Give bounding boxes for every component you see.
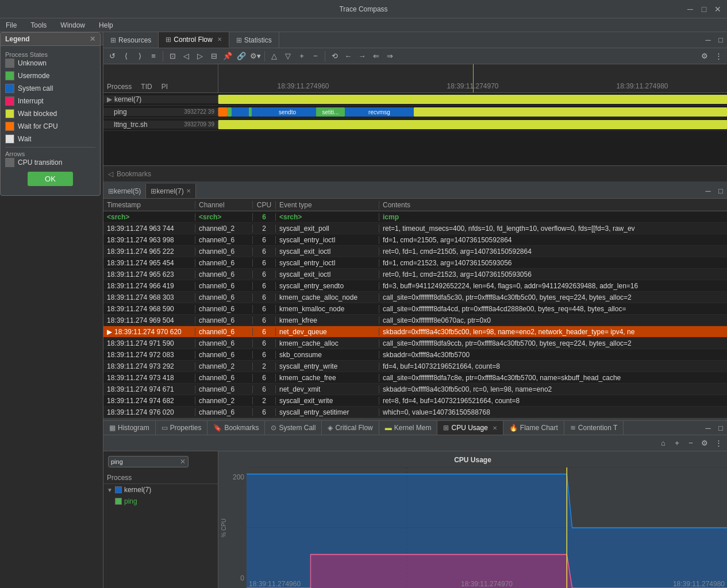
bottom-tab-properties[interactable]: ▭ Properties [156, 421, 208, 435]
trace-row-lttng[interactable]: lttng_trc.sh 3932709 39 [103, 118, 727, 131]
follow-left-btn[interactable]: ← [342, 50, 355, 63]
timeline-header: Process TID PI 18:39:11.274960 18:39:11.… [103, 64, 727, 93]
prev-proc-btn[interactable]: ⇐ [370, 50, 382, 63]
maximize-view-btn[interactable]: □ [714, 34, 727, 47]
cpu-usage-icon: ⊞ [443, 424, 449, 432]
prev-event-btn[interactable]: ⟨ [120, 50, 132, 63]
menu-window[interactable]: Window [57, 20, 89, 30]
bottom-tab-flame-chart[interactable]: 🔥 Flame Chart [503, 421, 564, 435]
control-flow-tab-close[interactable]: ✕ [217, 36, 222, 42]
col-cpu: CPU [253, 201, 276, 209]
cpu-process-ping[interactable]: ping [103, 496, 218, 507]
cf-more-btn[interactable]: ⋮ [712, 50, 725, 63]
event-row-2[interactable]: 18:39:11.274 965 222 channel0_6 6 syscal… [103, 246, 727, 257]
cpu-more-btn[interactable]: ⋮ [712, 437, 725, 450]
event-row-16[interactable]: 18:39:11.274 976 020 channel0_6 6 syscal… [103, 407, 727, 418]
main-tab-bar: ⊞ Resources ⊞ Control Flow ✕ ⊞ Statistic… [103, 32, 727, 48]
col-contents: Contents [379, 201, 727, 209]
pin-btn[interactable]: 📌 [221, 50, 234, 63]
reset-zoom-btn[interactable]: ⟲ [328, 50, 341, 63]
cpu-usage-tab-close[interactable]: ✕ [493, 425, 497, 431]
bottom-maximize-btn[interactable]: □ [714, 421, 727, 434]
event-row-5[interactable]: 18:39:11.274 966 419 channel0_6 6 syscal… [103, 280, 727, 292]
event-row-selected[interactable]: ▶ 18:39:11.274 970 620 channel0_6 6 net_… [103, 326, 727, 338]
critical-flow-icon: ◈ [328, 424, 333, 432]
x-tick-3: 18:39:11.274980 [673, 580, 725, 588]
cpu-usage-content: ✕ Process ▼ kernel(7) ping [103, 451, 727, 588]
event-row-12[interactable]: 18:39:11.274 973 292 channel0_2 2 syscal… [103, 361, 727, 372]
x-tick-1: 18:39:11.274960 [249, 580, 301, 588]
cf-settings-btn[interactable]: ⚙ [698, 50, 711, 63]
up-btn[interactable]: △ [268, 50, 280, 63]
marker-list-btn[interactable]: ⊟ [207, 50, 220, 63]
cpu-settings-btn[interactable]: ⚙ [698, 437, 711, 450]
event-row-10[interactable]: 18:39:11.274 971 590 channel0_6 6 kmem_c… [103, 338, 727, 349]
event-tab-maximize[interactable]: □ [714, 185, 727, 198]
menu-help[interactable]: Help [95, 20, 117, 30]
down-btn[interactable]: ▽ [282, 50, 294, 63]
cpu-zoom-out-btn[interactable]: − [684, 437, 697, 450]
event-table-body: <srch> <srch> 6 <srch> icmp 18:39:11.274… [103, 211, 727, 418]
bottom-minimize-btn[interactable]: ─ [702, 421, 714, 434]
event-row-1[interactable]: 18:39:11.274 963 998 channel0_6 6 syscal… [103, 234, 727, 246]
trace-row-kernel7[interactable]: ▶ kernel(7) [103, 93, 727, 106]
zoom-in-btn[interactable]: + [295, 50, 308, 63]
next-proc-btn[interactable]: ⇒ [383, 50, 396, 63]
menu-file[interactable]: File [2, 20, 20, 30]
bottom-tab-kernel-mem[interactable]: ▬ Kernel Mem [379, 421, 438, 435]
event-row-4[interactable]: 18:39:11.274 965 623 channel0_6 6 syscal… [103, 269, 727, 280]
bottom-tab-contention[interactable]: ≋ Contention T [564, 421, 624, 435]
tab-resources[interactable]: ⊞ Resources [103, 32, 159, 48]
event-tab-kernel7-close[interactable]: ✕ [186, 188, 191, 194]
next-marker-btn[interactable]: ▷ [194, 50, 206, 63]
event-row-0[interactable]: 18:39:11.274 963 744 channel0_2 2 syscal… [103, 223, 727, 234]
col-pi-header: PI [161, 83, 168, 91]
event-row-8[interactable]: 18:39:11.274 969 504 channel0_6 6 kmem_k… [103, 315, 727, 326]
ping-checkbox[interactable] [115, 498, 122, 505]
link-btn[interactable]: 🔗 [235, 50, 248, 63]
cpu-search-input[interactable] [111, 458, 180, 465]
zoom-fit-btn[interactable]: ⊡ [166, 50, 179, 63]
kernel7-checkbox[interactable] [115, 486, 122, 493]
event-row-6[interactable]: 18:39:11.274 968 303 channel0_6 6 kmem_c… [103, 292, 727, 303]
restore-button[interactable]: □ [699, 5, 709, 14]
event-row-11[interactable]: 18:39:11.274 972 083 channel0_6 6 skb_co… [103, 349, 727, 361]
event-row-3[interactable]: 18:39:11.274 965 454 channel0_6 6 syscal… [103, 257, 727, 269]
minimize-view-btn[interactable]: ─ [702, 34, 714, 47]
settings-dropdown-btn[interactable]: ⚙▾ [249, 50, 261, 63]
event-tab-minimize[interactable]: ─ [702, 185, 714, 198]
tab-statistics[interactable]: ⊞ Statistics [229, 32, 279, 48]
collapse-bookmark-icon[interactable]: ◁ [108, 170, 113, 178]
close-button[interactable]: ✕ [713, 5, 722, 14]
follow-right-btn[interactable]: → [356, 50, 368, 63]
event-tab-kernel7[interactable]: ⊞ kernel(7) ✕ [146, 184, 195, 198]
cpu-home-btn[interactable]: ⌂ [657, 437, 670, 450]
zoom-out-btn[interactable]: − [309, 50, 322, 63]
cpu-search-clear-icon[interactable]: ✕ [180, 458, 186, 466]
minimize-button[interactable]: ─ [686, 5, 695, 14]
event-row-14[interactable]: 18:39:11.274 974 671 channel0_6 6 net_de… [103, 384, 727, 395]
main-container: 🗂 Project E ✕ ▼ ⚙ Futex Cont ▭ Content ▭… [0, 32, 727, 588]
trace-row-ping[interactable]: ping 3932722 39 sendto setiti... recvmsg [103, 106, 727, 118]
list-view-btn[interactable]: ≡ [147, 50, 160, 63]
kernel7-label: kernel(7) [114, 95, 141, 103]
refresh-btn[interactable]: ↺ [106, 50, 118, 63]
event-row-7[interactable]: 18:39:11.274 968 590 channel0_6 6 kmem_k… [103, 303, 727, 315]
cpu-search-box[interactable]: ✕ [108, 456, 189, 467]
bottom-tab-cpu-usage[interactable]: ⊞ CPU Usage ✕ [437, 421, 503, 435]
bottom-tab-system-call[interactable]: ⊙ System Call [265, 421, 322, 435]
tab-control-flow[interactable]: ⊞ Control Flow ✕ [159, 32, 229, 48]
expand-kernel7-icon[interactable]: ▶ [107, 95, 112, 103]
event-row-15[interactable]: 18:39:11.274 974 682 channel0_2 2 syscal… [103, 395, 727, 407]
cpu-zoom-in-btn[interactable]: + [671, 437, 683, 450]
bottom-tab-critical-flow[interactable]: ◈ Critical Flow [322, 421, 379, 435]
bottom-tab-histogram[interactable]: ▦ Histogram [103, 421, 156, 435]
event-row-13[interactable]: 18:39:11.274 973 418 channel0_6 6 kmem_c… [103, 372, 727, 384]
menu-tools[interactable]: Tools [27, 20, 50, 30]
event-tab-kernel5[interactable]: ⊞ kernel(5) [103, 184, 146, 198]
cpu-process-kernel7[interactable]: ▼ kernel(7) [103, 484, 218, 496]
prev-marker-btn[interactable]: ◁ [180, 50, 193, 63]
next-event-btn[interactable]: ⟩ [133, 50, 146, 63]
bottom-tab-bookmarks[interactable]: 🔖 Bookmarks [207, 421, 265, 435]
event-srch-cpu: 6 [253, 213, 276, 221]
